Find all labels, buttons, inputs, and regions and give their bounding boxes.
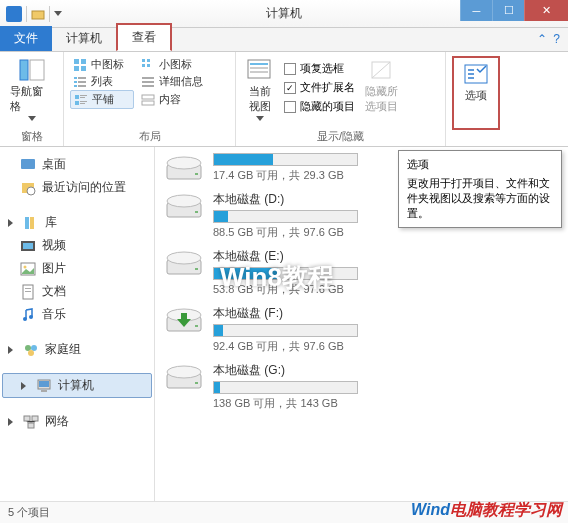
svg-rect-62 — [195, 211, 198, 213]
svg-rect-11 — [74, 77, 77, 79]
svg-rect-5 — [74, 66, 79, 71]
svg-rect-29 — [250, 63, 268, 65]
maximize-button[interactable]: ☐ — [492, 0, 524, 21]
sidebar-item-network[interactable]: 网络 — [0, 410, 154, 433]
svg-rect-22 — [80, 97, 85, 98]
view-content-button[interactable]: 内容 — [138, 90, 202, 109]
drive-name: 本地磁盘 (G:) — [213, 362, 560, 379]
tiles-icon — [74, 93, 88, 107]
sidebar-item-documents[interactable]: 文档 — [0, 280, 154, 303]
drive-item[interactable]: 本地磁盘 (F:)92.4 GB 可用，共 97.6 GB — [155, 301, 568, 358]
svg-rect-53 — [41, 390, 47, 392]
hidden-items-toggle[interactable]: 隐藏的项目 — [284, 98, 355, 115]
svg-point-61 — [167, 195, 201, 207]
view-list-button[interactable]: 列表 — [70, 73, 134, 90]
svg-rect-68 — [195, 325, 198, 327]
svg-rect-23 — [75, 101, 79, 105]
chevron-down-icon — [28, 116, 36, 121]
options-button[interactable]: 选项 — [458, 60, 494, 105]
svg-rect-65 — [195, 268, 198, 270]
svg-rect-2 — [30, 60, 44, 80]
item-checkbox-toggle[interactable]: 项复选框 — [284, 60, 355, 77]
svg-rect-45 — [25, 291, 31, 292]
svg-rect-40 — [23, 243, 33, 249]
close-button[interactable]: ✕ — [524, 0, 568, 21]
sidebar-item-videos[interactable]: 视频 — [0, 234, 154, 257]
svg-rect-0 — [32, 11, 44, 19]
drive-item[interactable]: 本地磁盘 (E:)53.8 GB 可用，共 97.6 GB — [155, 244, 568, 301]
drive-icon — [163, 305, 205, 335]
sidebar-item-recent[interactable]: 最近访问的位置 — [0, 176, 154, 199]
minimize-button[interactable]: ─ — [460, 0, 492, 21]
svg-rect-25 — [80, 103, 85, 104]
sidebar-item-computer[interactable]: 计算机 — [2, 373, 152, 398]
svg-rect-13 — [74, 81, 77, 83]
svg-rect-27 — [142, 101, 154, 105]
svg-point-42 — [24, 265, 27, 268]
nav-pane-icon — [18, 58, 46, 82]
svg-rect-19 — [142, 85, 154, 87]
tab-computer[interactable]: 计算机 — [52, 26, 116, 51]
sidebar-item-music[interactable]: 音乐 — [0, 303, 154, 326]
svg-point-50 — [28, 350, 34, 356]
view-small-button[interactable]: 小图标 — [138, 56, 202, 73]
svg-rect-12 — [78, 77, 86, 79]
svg-point-70 — [167, 366, 201, 378]
details-icon — [141, 75, 155, 89]
chevron-down-icon — [256, 116, 264, 121]
sidebar-item-desktop[interactable]: 桌面 — [0, 153, 154, 176]
svg-rect-17 — [142, 77, 154, 79]
music-icon — [20, 307, 36, 323]
nav-pane-button[interactable]: 导航窗格 — [6, 56, 57, 127]
grid-icon — [73, 58, 87, 72]
drive-size-text: 53.8 GB 可用，共 97.6 GB — [213, 282, 560, 297]
svg-rect-21 — [80, 95, 87, 96]
ribbon-collapse-icon[interactable]: ⌃ — [537, 32, 547, 46]
svg-rect-34 — [21, 159, 35, 169]
chevron-right-icon — [8, 346, 17, 354]
drive-item[interactable]: 本地磁盘 (G:)138 GB 可用，共 143 GB — [155, 358, 568, 415]
svg-rect-9 — [142, 64, 145, 67]
svg-rect-24 — [80, 101, 87, 102]
dropdown-icon[interactable] — [54, 11, 62, 16]
svg-rect-7 — [142, 59, 145, 62]
network-icon — [23, 414, 39, 430]
drive-name: 本地磁盘 (E:) — [213, 248, 560, 265]
current-view-button[interactable]: 当前 视图 — [242, 56, 278, 127]
drive-size-text: 92.4 GB 可用，共 97.6 GB — [213, 339, 560, 354]
help-icon[interactable]: ? — [553, 32, 560, 46]
svg-rect-52 — [39, 381, 49, 387]
view-tiles-button[interactable]: 平铺 — [70, 90, 134, 109]
svg-rect-4 — [81, 59, 86, 64]
drive-usage-bar — [213, 267, 358, 280]
svg-rect-10 — [147, 64, 150, 67]
homegroup-icon — [23, 342, 39, 358]
sidebar-item-libs[interactable]: 库 — [0, 211, 154, 234]
svg-point-47 — [29, 315, 33, 319]
video-icon — [20, 238, 36, 254]
status-text: 5 个项目 — [8, 505, 50, 520]
svg-rect-54 — [24, 416, 30, 421]
file-ext-toggle[interactable]: ✓文件扩展名 — [284, 79, 355, 96]
tab-file[interactable]: 文件 — [0, 26, 52, 51]
svg-rect-15 — [74, 85, 77, 87]
group-label-showhide: 显示/隐藏 — [242, 127, 439, 146]
checkbox-checked-icon: ✓ — [284, 82, 296, 94]
view-details-button[interactable]: 详细信息 — [138, 73, 206, 90]
svg-rect-56 — [28, 423, 34, 428]
svg-rect-18 — [142, 81, 154, 83]
title-bar: 计算机 ─ ☐ ✕ — [0, 0, 568, 28]
computer-icon — [36, 378, 52, 394]
svg-rect-1 — [20, 60, 28, 80]
svg-rect-26 — [142, 95, 154, 99]
drive-usage-bar — [213, 324, 358, 337]
svg-rect-38 — [30, 217, 34, 229]
svg-rect-8 — [147, 59, 150, 62]
tab-view[interactable]: 查看 — [116, 23, 172, 51]
sidebar-item-pictures[interactable]: 图片 — [0, 257, 154, 280]
view-medium-button[interactable]: 中图标 — [70, 56, 134, 73]
sidebar-item-homegroup[interactable]: 家庭组 — [0, 338, 154, 361]
svg-rect-59 — [195, 173, 198, 175]
tooltip-title: 选项 — [407, 157, 553, 172]
svg-rect-16 — [78, 85, 86, 87]
